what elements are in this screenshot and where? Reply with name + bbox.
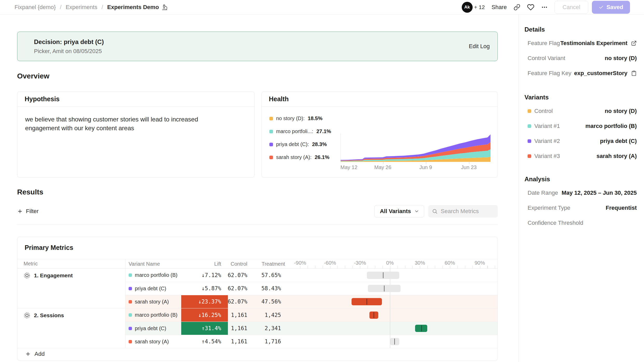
- link-icon[interactable]: [514, 4, 520, 11]
- ci-axis-tick-label: 30%: [415, 260, 425, 266]
- metric-variant-row[interactable]: priya debt (C)↓5.87%62.07%58.43%: [125, 282, 498, 295]
- confidence-interval-cell: [295, 295, 498, 308]
- hypothesis-body: we believe that showing customer stories…: [17, 107, 240, 141]
- confidence-interval-cell: [295, 322, 498, 335]
- decision-check-icon: [24, 39, 30, 45]
- lift-cell: ↑4.54%: [181, 335, 228, 348]
- legend-label: priya debt (C):: [276, 141, 309, 147]
- search-icon: [432, 208, 438, 214]
- sidebar-row: Variant #3sarah story (A): [524, 149, 637, 164]
- variant-name: priya debt (C): [135, 286, 166, 292]
- metric-variant-row[interactable]: marco portfolio (B)↓7.12%62.07%57.65%: [125, 269, 498, 282]
- health-chart: [340, 133, 490, 162]
- chevron-down-icon: [414, 209, 419, 214]
- metric-variant-row[interactable]: sarah story (A)↓23.37%62.07%47.56%: [125, 295, 498, 308]
- treatment-value: 1,425: [262, 308, 295, 322]
- sidebar-row-value: marco portfolio (B): [585, 123, 637, 129]
- decision-title: Decision: priya debt (C): [34, 38, 104, 46]
- confidence-interval-cell: [295, 335, 498, 348]
- health-x-axis: May 12May 26Jun 9Jun 23: [340, 164, 490, 171]
- decision-subtitle: Picker, Amit on 08/05/2025: [34, 48, 104, 55]
- lift-value: ↑4.54%: [201, 338, 221, 345]
- sidebar-row-value: sarah story (A): [597, 153, 637, 160]
- variant-swatch-icon: [528, 154, 531, 158]
- legend-value: 28.3%: [312, 141, 327, 147]
- column-header-control: Control: [228, 261, 262, 267]
- health-axis-label: May 12: [340, 164, 358, 170]
- confidence-interval-cell: [295, 282, 498, 295]
- zero-line: [390, 322, 390, 335]
- control-value: 1,161: [228, 322, 262, 335]
- variant-name-cell: sarah story (A): [125, 335, 181, 348]
- health-axis-label: May 26: [374, 164, 391, 170]
- variants-dropdown[interactable]: All Variants: [374, 205, 424, 218]
- lift-cell: ↓23.37%: [181, 295, 228, 308]
- variants-heading: Variants: [524, 93, 637, 102]
- metric-cell[interactable]: 1. Engagement: [17, 269, 125, 308]
- analysis-heading: Analysis: [524, 175, 637, 183]
- lift-cell: ↓7.12%: [181, 269, 228, 282]
- variant-name: priya debt (C): [135, 325, 166, 331]
- clipboard-icon[interactable]: [631, 70, 637, 76]
- primary-metrics-title: Primary Metrics: [25, 244, 73, 251]
- legend-item: marco portfoli...: 27.1%: [269, 128, 340, 134]
- metric-name: 1. Engagement: [34, 272, 73, 279]
- breadcrumb-item-label: Fixpanel {demo}: [15, 4, 56, 10]
- sidebar-row-label: Experiment Type: [528, 205, 570, 211]
- sidebar-row-value: exp_customerStory: [574, 70, 637, 77]
- column-header-lift: Lift: [181, 261, 228, 267]
- search-metrics-input[interactable]: [441, 208, 494, 215]
- cancel-button[interactable]: Cancel: [555, 1, 588, 14]
- breadcrumb-item[interactable]: Experiments: [66, 4, 97, 11]
- lift-value: ↑31.4%: [201, 325, 221, 331]
- add-metric-button[interactable]: Add: [17, 348, 498, 359]
- sidebar-row-label: Feature Flag Key: [528, 70, 571, 77]
- metric-cell[interactable]: 2. Sessions: [17, 308, 125, 348]
- edit-log-button[interactable]: Edit Log: [469, 43, 490, 50]
- health-legend: no story (D): 18.5%marco portfoli...: 27…: [262, 107, 340, 177]
- metric-variant-row[interactable]: marco portfolio (B)↓16.25%1,1611,425: [125, 308, 498, 322]
- heart-icon[interactable]: [527, 4, 534, 11]
- breadcrumb-item[interactable]: Fixpanel {demo}: [15, 4, 56, 11]
- legend-swatch-icon: [269, 156, 273, 159]
- variants-dropdown-label: All Variants: [380, 208, 411, 215]
- breadcrumb-item-label: Experiments Demo: [107, 4, 159, 11]
- external-link-icon[interactable]: [631, 40, 637, 46]
- sidebar-row-label: Variant #2: [528, 138, 560, 144]
- ci-axis-tick-label: 0%: [386, 260, 394, 266]
- avatar-group[interactable]: Ak + 12: [462, 2, 485, 13]
- legend-swatch-icon: [269, 143, 273, 146]
- avatar-more-count[interactable]: + 12: [474, 4, 485, 10]
- lift-value: ↓7.12%: [201, 272, 221, 278]
- filter-label: Filter: [26, 208, 39, 215]
- lift-point-marker: [384, 286, 384, 292]
- details-sidebar: Details Feature FlagTestimonials Experim…: [519, 15, 644, 362]
- variant-swatch-icon: [129, 273, 132, 277]
- metric-target-icon: [24, 272, 30, 279]
- filter-button[interactable]: Filter: [17, 208, 39, 215]
- legend-item: no story (D): 18.5%: [269, 115, 340, 121]
- control-value: 1,161: [228, 335, 262, 348]
- top-actions: Ak + 12 Share Cancel Saved: [462, 1, 630, 14]
- saved-button[interactable]: Saved: [592, 1, 630, 14]
- sidebar-row: Experiment TypeFrequentist: [524, 200, 637, 215]
- metric-variant-row[interactable]: priya debt (C)↑31.4%1,1612,341: [125, 322, 498, 335]
- metric-variant-row[interactable]: sarah story (A)↑4.54%1,1611,716: [125, 335, 498, 348]
- treatment-value: 1,716: [262, 335, 295, 348]
- top-bar: Fixpanel {demo}/Experiments/Experiments …: [0, 0, 644, 15]
- health-card: Health no story (D): 18.5%marco portfoli…: [261, 91, 498, 178]
- more-icon[interactable]: [541, 4, 548, 11]
- share-button[interactable]: Share: [492, 4, 507, 11]
- sidebar-row: Control Variantno story (D): [524, 51, 637, 66]
- results-divider: [17, 224, 498, 225]
- legend-value: 26.1%: [315, 154, 330, 160]
- health-title: Health: [269, 95, 289, 103]
- avatar[interactable]: Ak: [462, 2, 473, 13]
- sidebar-row-value: no story (D): [605, 55, 637, 62]
- check-icon: [599, 5, 604, 10]
- column-header-metric: Metric: [17, 259, 125, 268]
- treatment-value: 47.56%: [262, 295, 295, 308]
- treatment-value: 2,341: [262, 322, 295, 335]
- confidence-interval-cell: [295, 269, 498, 282]
- sidebar-row: Controlno story (D): [524, 104, 637, 119]
